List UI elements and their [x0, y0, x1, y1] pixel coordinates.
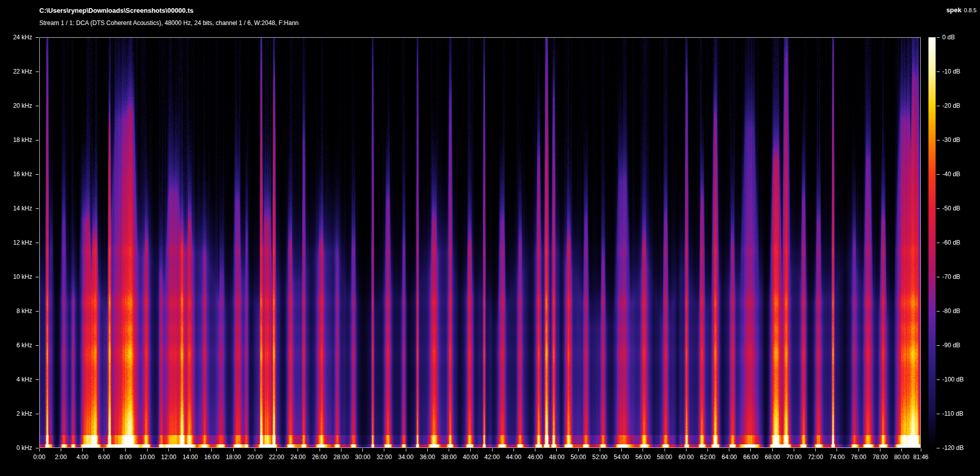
time-tick-label: 54:00	[614, 454, 629, 461]
time-tick	[190, 448, 190, 451]
db-tick-label: -70 dB	[942, 273, 960, 280]
time-tick	[729, 448, 729, 451]
db-tick	[937, 72, 940, 72]
time-tick	[82, 448, 83, 451]
time-tick-label: 24:00	[290, 454, 306, 461]
freq-tick	[36, 414, 39, 414]
time-tick-label: 6:00	[98, 454, 110, 461]
time-tick	[147, 448, 148, 451]
freq-tick	[36, 140, 39, 140]
db-tick	[937, 37, 940, 38]
time-tick-label: 32:00	[377, 454, 392, 461]
freq-tick-label: 0 kHz	[16, 444, 32, 451]
time-tick-label: 4:00	[77, 454, 88, 461]
time-tick-label: 81:46	[913, 454, 928, 461]
time-tick-label: 26:00	[312, 454, 327, 461]
db-tick-label: -100 dB	[942, 376, 964, 383]
time-tick-label: 46:00	[528, 454, 543, 461]
time-tick-label: 58:00	[657, 454, 672, 461]
time-tick	[880, 448, 880, 451]
time-tick	[556, 448, 557, 451]
db-tick-label: -80 dB	[942, 307, 960, 315]
freq-tick	[36, 37, 39, 38]
time-tick	[211, 448, 212, 451]
freq-tick-label: 10 kHz	[13, 273, 32, 280]
time-axis: 0:002:004:006:008:0010:0012:0014:0016:00…	[39, 448, 921, 465]
app-name-label: spek	[946, 6, 962, 14]
time-tick-label: 56:00	[635, 454, 651, 461]
db-tick	[937, 311, 940, 312]
time-tick	[125, 448, 126, 451]
spectrogram-canvas	[40, 38, 920, 447]
app-brand: spek 0.8.5	[946, 6, 976, 14]
freq-tick-label: 12 kHz	[13, 239, 32, 246]
freq-tick-label: 24 kHz	[13, 34, 32, 41]
time-tick-label: 80:00	[894, 454, 910, 461]
time-tick	[600, 448, 600, 451]
db-tick-label: -40 dB	[942, 171, 960, 178]
colorbar	[928, 37, 936, 448]
freq-tick	[36, 243, 39, 243]
db-tick	[937, 277, 940, 277]
db-tick	[937, 243, 940, 243]
freq-tick-label: 20 kHz	[13, 102, 32, 109]
time-tick-label: 64:00	[722, 454, 737, 461]
time-tick-label: 44:00	[506, 454, 521, 461]
freq-tick	[36, 72, 39, 72]
time-tick-label: 16:00	[204, 454, 219, 461]
time-tick	[298, 448, 298, 451]
freq-tick	[36, 174, 39, 175]
freq-tick	[36, 106, 39, 106]
time-tick-label: 14:00	[183, 454, 198, 461]
time-tick-label: 8:00	[119, 454, 131, 461]
time-tick	[772, 448, 773, 451]
time-tick	[578, 448, 579, 451]
freq-tick	[36, 208, 39, 209]
time-tick	[750, 448, 751, 451]
spectrogram-plot	[39, 37, 921, 448]
time-tick	[427, 448, 428, 451]
db-tick-label: -120 dB	[942, 444, 964, 451]
time-tick	[61, 448, 61, 451]
db-tick	[937, 140, 940, 140]
frequency-axis: 24 kHz22 kHz20 kHz18 kHz16 kHz14 kHz12 k…	[0, 37, 39, 448]
freq-tick	[36, 379, 39, 380]
time-tick	[233, 448, 234, 451]
time-tick	[168, 448, 169, 451]
db-scale-axis: 0 dB-10 dB-20 dB-30 dB-40 dB-50 dB-60 dB…	[936, 37, 980, 448]
time-tick-label: 0:00	[33, 454, 45, 461]
time-tick-label: 52:00	[592, 454, 607, 461]
time-tick	[341, 448, 341, 451]
time-tick-label: 18:00	[226, 454, 241, 461]
db-tick-label: -60 dB	[942, 239, 960, 246]
freq-tick	[36, 448, 39, 448]
freq-tick-label: 22 kHz	[13, 68, 32, 75]
time-tick-label: 30:00	[355, 454, 371, 461]
time-tick	[859, 448, 859, 451]
time-tick-label: 76:00	[851, 454, 866, 461]
time-tick-label: 48:00	[549, 454, 565, 461]
time-tick-label: 20:00	[247, 454, 262, 461]
db-tick	[937, 106, 940, 106]
time-tick-label: 42:00	[484, 454, 500, 461]
time-tick	[39, 448, 40, 451]
db-tick	[937, 208, 940, 209]
db-tick	[937, 345, 940, 346]
time-tick-label: 38:00	[442, 454, 457, 461]
time-tick-label: 60:00	[678, 454, 694, 461]
time-tick-label: 2:00	[55, 454, 67, 461]
time-tick-label: 62:00	[700, 454, 715, 461]
time-tick	[621, 448, 622, 451]
time-tick	[921, 448, 921, 451]
time-tick-label: 66:00	[743, 454, 758, 461]
freq-tick-label: 8 kHz	[16, 307, 32, 315]
time-tick-label: 12:00	[161, 454, 176, 461]
time-tick-label: 72:00	[808, 454, 823, 461]
time-tick	[901, 448, 902, 451]
freq-tick-label: 16 kHz	[13, 171, 32, 178]
freq-tick	[36, 277, 39, 277]
time-tick-label: 10:00	[139, 454, 155, 461]
db-tick-label: -50 dB	[942, 205, 960, 212]
time-tick	[255, 448, 255, 451]
time-tick-label: 28:00	[333, 454, 349, 461]
